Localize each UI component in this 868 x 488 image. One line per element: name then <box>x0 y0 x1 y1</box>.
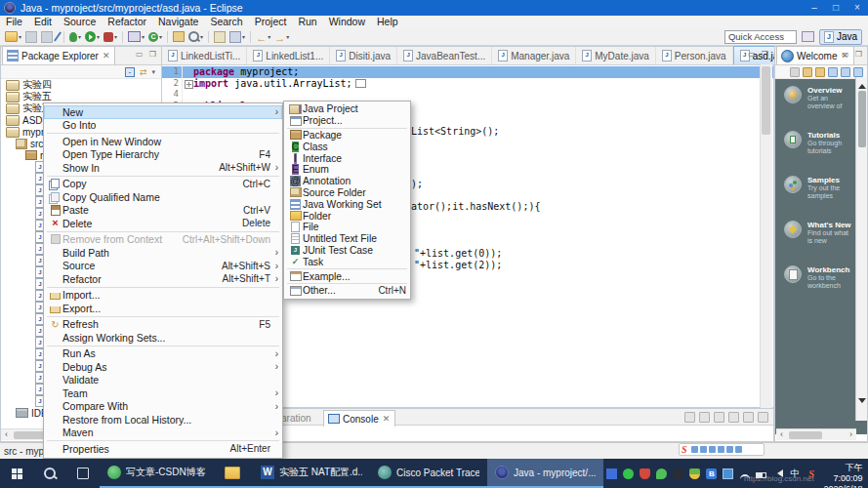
toolbar-icon[interactable]: ▾ <box>5 30 21 44</box>
tray-icon[interactable]: 中 <box>786 459 803 488</box>
taskbar-app-button[interactable] <box>217 459 253 488</box>
console-toolbar-icon[interactable] <box>758 412 768 423</box>
welcome-toolbar-icon[interactable] <box>790 67 800 77</box>
context-menu-item[interactable]: Run As › <box>44 347 282 361</box>
chevron-down-icon[interactable]: ▾ <box>78 33 81 40</box>
chevron-down-icon[interactable]: ▾ <box>200 33 203 40</box>
menu-bar-item[interactable]: File <box>0 16 28 28</box>
menu-bar-item[interactable]: Search <box>204 16 248 28</box>
close-icon[interactable]: ✕ <box>103 51 110 61</box>
menu-bar-item[interactable]: Navigate <box>152 16 204 28</box>
scroll-right-icon[interactable]: › <box>846 429 856 440</box>
context-menu-item[interactable]: Restore from Local History... <box>44 413 282 427</box>
context-menu-item[interactable]: Export... <box>44 302 282 315</box>
context-menu-item[interactable]: Refresh F5 <box>44 318 282 332</box>
context-menu-item[interactable]: Debug As › <box>44 360 282 374</box>
tray-icon[interactable]: B <box>703 459 720 488</box>
code-line[interactable]: 2import java.util.ArrayList; <box>162 78 773 90</box>
editor-tab[interactable]: LinkedListTi... <box>162 47 247 64</box>
context-menu-item[interactable]: Assign Working Sets... <box>44 331 282 345</box>
scroll-left-icon[interactable]: ‹ <box>1 429 12 440</box>
welcome-item[interactable]: Workbench Go to the workbench <box>775 265 867 290</box>
open-perspective-icon[interactable] <box>802 31 814 42</box>
toolbar-icon[interactable] <box>173 30 185 44</box>
editor-tab[interactable]: LinkedList1... <box>247 47 330 64</box>
welcome-toolbar-icon[interactable] <box>828 67 838 77</box>
context-menu-item[interactable]: Build Path › <box>44 246 282 260</box>
tray-icon[interactable] <box>603 459 620 488</box>
context-menu-item[interactable]: Open Type Hierarchy F4 <box>44 148 282 162</box>
ime-toolbar-icon[interactable] <box>735 446 742 453</box>
scroll-left-icon[interactable]: ‹ <box>776 429 787 440</box>
tray-icon[interactable] <box>753 459 769 488</box>
welcome-item[interactable]: Tutorials Go through tutorials <box>775 131 867 155</box>
submenu-item[interactable]: Interface <box>284 152 410 164</box>
menu-bar-item[interactable]: Help <box>371 16 404 28</box>
welcome-vscrollbar[interactable] <box>855 77 867 421</box>
ime-toolbar-icon[interactable] <box>718 446 724 453</box>
menu-bar-item[interactable]: Source <box>58 16 102 28</box>
context-menu-item[interactable]: Open in New Window <box>44 135 282 148</box>
chevron-down-icon[interactable]: ▾ <box>97 33 100 40</box>
ime-toolbar[interactable]: S <box>679 443 765 456</box>
chevron-down-icon[interactable]: ▾ <box>19 33 21 40</box>
submenu-item[interactable]: Project... <box>284 115 410 127</box>
taskbar-app-button[interactable]: 写文章-CSDN博客 ... <box>100 459 217 488</box>
context-menu-item[interactable]: Go Into <box>44 119 282 133</box>
welcome-toolbar-icon[interactable] <box>815 67 825 77</box>
console-toolbar-icon[interactable] <box>684 412 695 423</box>
chevron-down-icon[interactable]: ▾ <box>268 33 270 40</box>
welcome-toolbar-icon[interactable] <box>853 67 863 77</box>
console-tab[interactable]: Console ✕ <box>322 410 395 427</box>
taskbar-app-button[interactable]: 实验五 NAT配置.d... <box>253 459 370 488</box>
submenu-item[interactable]: Java Working Set <box>284 198 410 210</box>
submenu-item[interactable]: JUnit Test Case <box>284 245 410 257</box>
submenu-item[interactable]: Other... Ctrl+N <box>284 285 410 297</box>
view-toolbar-icon[interactable] <box>140 67 147 77</box>
code-line[interactable]: 4 <box>162 89 773 101</box>
taskbar-clock[interactable]: 下午 7:00:09 2020/6/18 星期四 <box>819 459 868 488</box>
code-line[interactable]: 1package myproject; <box>162 66 773 78</box>
menu-bar-item[interactable]: Project <box>249 16 293 28</box>
chevron-down-icon[interactable]: ▾ <box>242 33 245 40</box>
chevron-down-icon[interactable]: ▾ <box>114 33 117 40</box>
welcome-item[interactable]: What's New Find out what is new <box>775 221 867 245</box>
menu-bar-item[interactable]: Window <box>323 16 371 28</box>
ime-toolbar-icon[interactable] <box>691 446 698 453</box>
package-explorer-tab[interactable]: Package Explorer ✕ <box>2 46 115 64</box>
panel-minmax-icons[interactable]: ▭ ❒ <box>136 50 158 59</box>
context-menu-item[interactable]: Maven › <box>44 427 282 440</box>
hscroll-thumb[interactable] <box>789 431 822 439</box>
context-menu-item[interactable]: Copy Ctrl+C <box>44 178 282 191</box>
editor-tab[interactable]: Person.java <box>656 47 733 64</box>
context-menu-item[interactable]: Import... <box>44 289 282 303</box>
java-perspective-button[interactable]: Java <box>819 29 862 45</box>
tray-icon[interactable] <box>736 459 753 488</box>
toolbar-icon[interactable]: ▾ <box>229 30 245 44</box>
editor-tab[interactable]: Disiti.java <box>330 47 397 64</box>
view-toolbar-icon[interactable] <box>151 68 155 76</box>
welcome-item[interactable]: Overview Get an overview of the features <box>775 86 867 110</box>
toolbar-icon[interactable]: ▾ <box>85 30 100 44</box>
chevron-down-icon[interactable]: ▾ <box>142 33 145 40</box>
toolbar-icon[interactable]: ▾ <box>103 30 117 44</box>
scroll-down-icon[interactable] <box>858 398 866 407</box>
context-menu-item[interactable]: Show In Alt+Shift+W › <box>44 161 282 175</box>
toolbar-icon[interactable]: ▾ <box>128 30 145 44</box>
panel-minmax-icons[interactable]: ▭ ❒ <box>842 50 864 59</box>
vscroll-thumb[interactable] <box>858 91 866 147</box>
tray-icon[interactable] <box>670 459 686 488</box>
menu-bar-item[interactable]: Run <box>292 16 322 28</box>
chevron-down-icon[interactable]: ▾ <box>159 33 162 40</box>
toolbar-icon[interactable] <box>25 30 37 44</box>
console-toolbar-icon[interactable] <box>699 412 710 423</box>
tray-icon[interactable] <box>637 459 653 488</box>
context-menu-item[interactable]: Validate <box>44 374 282 387</box>
ime-toolbar-icon[interactable] <box>726 446 733 453</box>
ime-toolbar-icon[interactable] <box>709 446 716 453</box>
ime-toolbar-icon[interactable] <box>700 446 707 453</box>
editor-tab[interactable]: MyDate.java <box>576 47 656 64</box>
toolbar-icon[interactable]: ▾ <box>69 30 81 44</box>
toolbar-icon[interactable] <box>41 30 53 44</box>
window-control-button[interactable]: × <box>847 0 868 16</box>
